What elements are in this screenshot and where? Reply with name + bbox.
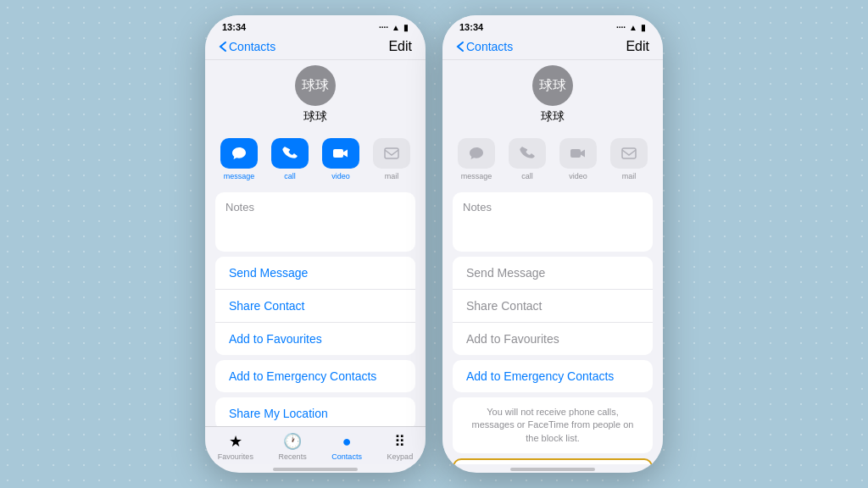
emergency-card-right: Add to Emergency Contacts — [453, 360, 653, 392]
battery-icon: ▮ — [403, 23, 409, 32]
call-icon — [271, 138, 309, 169]
contacts-icon: ● — [342, 433, 352, 451]
status-icons-right: ···· ▲ ▮ — [616, 23, 646, 32]
mail-btn-label-right: mail — [622, 172, 637, 180]
video-action-btn-right: video — [556, 138, 600, 180]
video-action-btn[interactable]: video — [319, 138, 363, 180]
avatar-right: 球球 — [532, 65, 573, 106]
svg-rect-3 — [622, 148, 636, 158]
block-contact-button[interactable]: Block Contact — [453, 458, 653, 464]
call-icon-right — [509, 138, 546, 169]
notes-card-right: Notes — [453, 192, 653, 252]
emergency-contacts-item[interactable]: Add to Emergency Contacts — [215, 360, 415, 392]
message-action-btn[interactable]: message — [217, 138, 261, 180]
mail-icon-right — [610, 138, 648, 169]
tab-favourites[interactable]: ★ Favourites — [218, 432, 253, 461]
tab-recents[interactable]: 🕐 Recents — [279, 432, 307, 461]
status-icons-left: ···· ▲ ▮ — [379, 23, 409, 32]
favourites-label: Favourites — [218, 452, 253, 461]
svg-rect-2 — [570, 149, 581, 158]
content-right: Notes Send Message Share Contact Add to … — [442, 187, 663, 464]
time-right: 13:34 — [459, 22, 483, 32]
add-favourites-item[interactable]: Add to Favourites — [215, 323, 415, 355]
notes-card-left: Notes — [215, 192, 415, 252]
video-icon — [322, 138, 359, 169]
emergency-contacts-item-right[interactable]: Add to Emergency Contacts — [453, 360, 653, 392]
call-action-btn[interactable]: call — [268, 138, 312, 180]
keypad-label: Keypad — [387, 452, 414, 461]
notes-label-right: Notes — [463, 201, 643, 214]
video-btn-label-right: video — [569, 172, 587, 180]
mail-icon — [373, 138, 410, 169]
wifi-icon-right: ▲ — [629, 23, 637, 32]
avatar-left: 球球 — [295, 65, 336, 106]
wifi-icon: ▲ — [392, 23, 400, 32]
message-btn-label: message — [224, 172, 255, 180]
call-btn-label-right: call — [521, 172, 533, 180]
status-bar-right: 13:34 ···· ▲ ▮ — [442, 15, 663, 36]
notes-label-left: Notes — [225, 201, 405, 214]
call-action-btn-right: call — [505, 138, 549, 180]
content-left: Notes Send Message Share Contact Add to … — [205, 187, 426, 426]
emergency-card-left: Add to Emergency Contacts — [215, 360, 415, 392]
edit-button-right[interactable]: Edit — [626, 39, 649, 54]
actions-card-right: Send Message Share Contact Add to Favour… — [453, 257, 653, 355]
mail-action-btn-right: mail — [607, 138, 651, 180]
favourites-icon: ★ — [229, 432, 242, 451]
add-favourites-item-right: Add to Favourites — [453, 323, 653, 355]
tab-bar-left: ★ Favourites 🕐 Recents ● Contacts ⠿ Keyp… — [205, 426, 426, 464]
block-info-text: You will not receive phone calls, messag… — [453, 397, 653, 453]
mail-action-btn[interactable]: mail — [370, 138, 414, 180]
actions-card-left: Send Message Share Contact Add to Favour… — [215, 257, 415, 355]
recents-label: Recents — [279, 452, 307, 461]
message-action-btn-right: message — [454, 138, 498, 180]
left-phone-screen: 13:34 ···· ▲ ▮ Contacts Edit 球球 球球 — [205, 15, 426, 473]
nav-bar-right: Contacts Edit — [442, 36, 663, 60]
share-contact-item[interactable]: Share Contact — [215, 290, 415, 323]
call-btn-label: call — [284, 172, 296, 180]
battery-icon-right: ▮ — [641, 23, 646, 32]
recents-icon: 🕐 — [283, 432, 302, 451]
tab-keypad[interactable]: ⠿ Keypad — [387, 432, 414, 461]
action-buttons-right: message call video mail — [442, 131, 663, 187]
back-label-left: Contacts — [229, 40, 275, 53]
home-indicator-right — [510, 468, 595, 471]
status-bar-left: 13:34 ···· ▲ ▮ — [205, 15, 426, 36]
back-button-left[interactable]: Contacts — [219, 40, 275, 53]
contact-area-left: 球球 球球 — [205, 60, 426, 131]
action-buttons-left: message call video mail — [205, 131, 426, 187]
time-left: 13:34 — [222, 22, 246, 32]
tab-contacts[interactable]: ● Contacts — [331, 433, 362, 461]
keypad-icon: ⠿ — [394, 432, 405, 451]
video-icon-right — [559, 138, 597, 169]
share-location-item[interactable]: Share My Location — [215, 397, 415, 426]
send-message-item-right: Send Message — [453, 257, 653, 290]
svg-rect-0 — [333, 149, 343, 158]
nav-bar-left: Contacts Edit — [205, 36, 426, 60]
svg-rect-1 — [385, 148, 398, 158]
message-icon — [220, 138, 258, 169]
video-btn-label: video — [331, 172, 350, 180]
mail-btn-label: mail — [385, 172, 399, 180]
contact-name-right: 球球 — [541, 109, 565, 125]
send-message-item[interactable]: Send Message — [215, 257, 415, 290]
share-contact-item-right: Share Contact — [453, 290, 653, 323]
location-card-left: Share My Location — [215, 397, 415, 426]
right-phone-screen: 13:34 ···· ▲ ▮ Contacts Edit 球球 球球 — [442, 15, 663, 473]
contact-name-left: 球球 — [303, 109, 327, 125]
edit-button-left[interactable]: Edit — [388, 39, 412, 54]
home-indicator-left — [273, 468, 358, 471]
message-btn-label-right: message — [461, 172, 492, 180]
signal-dots-right: ···· — [616, 23, 626, 32]
contacts-label: Contacts — [331, 452, 362, 461]
message-icon-right — [458, 138, 495, 169]
back-button-right[interactable]: Contacts — [456, 40, 513, 53]
contact-area-right: 球球 球球 — [442, 60, 663, 131]
signal-dots: ···· — [379, 23, 388, 32]
back-label-right: Contacts — [466, 40, 513, 53]
